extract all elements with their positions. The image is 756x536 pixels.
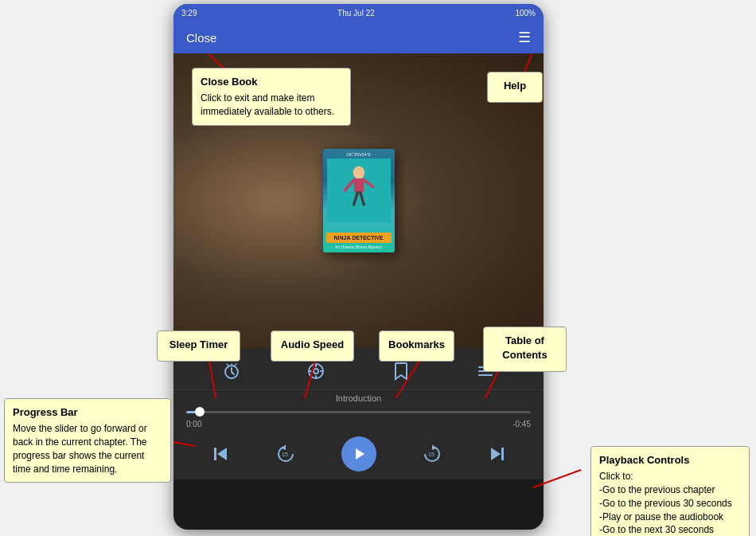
sleep-timer-tooltip: Sleep Timer	[157, 331, 240, 362]
playback-controls-body: Click to:-Go to the previous chapter-Go …	[599, 470, 741, 536]
playback-controls-title: Playback Controls	[599, 453, 741, 468]
help-tooltip: Help	[487, 72, 543, 103]
status-battery: 100%	[515, 9, 536, 18]
time-labels: 0:00 -0:45	[186, 420, 531, 428]
svg-rect-10	[353, 178, 363, 193]
playback-controls: 15 15	[173, 430, 544, 479]
back30-button[interactable]: 15	[275, 444, 296, 464]
svg-marker-25	[356, 448, 364, 460]
audio-speed-button[interactable]	[300, 359, 332, 383]
audio-speed-title: Audio Speed	[279, 338, 345, 352]
remaining-time: -0:45	[512, 420, 531, 428]
svg-text:15: 15	[282, 452, 288, 457]
top-nav: Close ☰	[173, 22, 544, 53]
audio-speed-tooltip: Audio Speed	[271, 331, 354, 362]
progress-bar-tooltip: Progress Bar Move the slider to go forwa…	[4, 398, 171, 483]
status-time: 3:29	[181, 9, 197, 18]
play-button[interactable]	[341, 436, 376, 471]
status-bar: 3:29 Thu Jul 22 100%	[173, 4, 544, 22]
book-subtitle: An Octavia Bloom Mystery	[335, 245, 382, 249]
close-book-title: Close Book	[201, 75, 342, 89]
book-cover-art	[323, 158, 395, 222]
progress-area: Introduction 0:00 -0:45	[173, 390, 544, 430]
svg-point-9	[353, 166, 364, 179]
progress-bar[interactable]	[186, 405, 531, 418]
svg-point-17	[314, 369, 318, 374]
fwd30-button[interactable]: 15	[422, 444, 442, 464]
bookmark-button[interactable]	[385, 359, 417, 383]
help-title: Help	[496, 79, 534, 93]
progress-bar-title: Progress Bar	[13, 405, 162, 420]
progress-track	[186, 411, 531, 413]
prev-chapter-button[interactable]	[212, 445, 230, 463]
chapter-label: Introduction	[186, 393, 531, 403]
progress-thumb[interactable]	[195, 407, 205, 417]
svg-marker-29	[491, 448, 501, 460]
playback-controls-tooltip: Playback Controls Click to:-Go to the pr…	[590, 446, 750, 536]
svg-text:15: 15	[428, 452, 435, 457]
close-book-tooltip: Close Book Click to exit and make item i…	[192, 68, 351, 126]
svg-rect-21	[214, 448, 216, 460]
book-cover: OCTAVIA'S NINJA DETECTIVE An Octavia Blo…	[323, 149, 395, 252]
sleep-timer-title: Sleep Timer	[166, 338, 232, 352]
svg-marker-22	[217, 448, 227, 460]
close-button[interactable]: Close	[186, 31, 216, 45]
toc-tooltip: Table ofContents	[483, 327, 567, 372]
book-title: NINJA DETECTIVE	[326, 233, 392, 243]
book-author: OCTAVIA'S	[326, 152, 392, 157]
sleep-timer-button[interactable]	[216, 359, 247, 383]
toc-title: Table ofContents	[492, 334, 558, 362]
current-time: 0:00	[186, 420, 201, 428]
bookmarks-title: Bookmarks	[388, 338, 446, 352]
status-day: Thu Jul 22	[337, 9, 375, 18]
progress-bar-body: Move the slider to go forward or back in…	[13, 422, 162, 475]
menu-icon[interactable]: ☰	[518, 29, 531, 46]
close-book-body: Click to exit and make item immediately …	[201, 92, 342, 119]
svg-rect-28	[501, 448, 504, 460]
bookmarks-tooltip: Bookmarks	[379, 331, 454, 362]
next-chapter-button[interactable]	[488, 445, 505, 463]
